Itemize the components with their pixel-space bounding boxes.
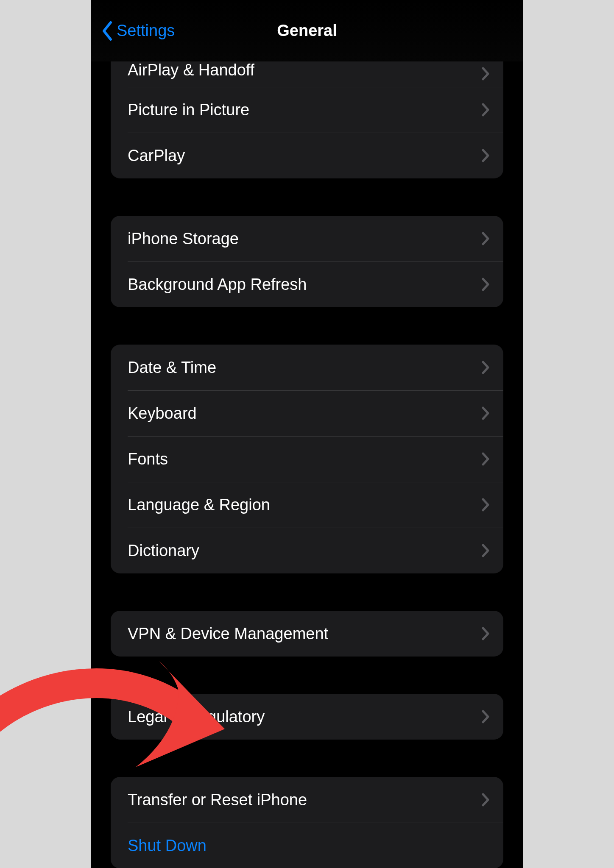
row-label: Legal & Regulatory xyxy=(128,708,265,726)
settings-group: Legal & Regulatory xyxy=(111,694,503,740)
settings-content: AirPlay & HandoffPicture in PictureCarPl… xyxy=(91,61,523,868)
row-label: Keyboard xyxy=(128,404,197,423)
settings-group: iPhone StorageBackground App Refresh xyxy=(111,216,503,307)
chevron-right-icon xyxy=(481,543,490,558)
settings-group: Date & TimeKeyboardFontsLanguage & Regio… xyxy=(111,345,503,573)
row-label: Transfer or Reset iPhone xyxy=(128,791,307,809)
chevron-right-icon xyxy=(481,452,490,466)
settings-row-dictionary[interactable]: Dictionary xyxy=(111,528,503,573)
settings-row-background-app-refresh[interactable]: Background App Refresh xyxy=(111,262,503,307)
row-label: iPhone Storage xyxy=(128,230,239,248)
row-label: VPN & Device Management xyxy=(128,625,328,643)
chevron-right-icon xyxy=(481,709,490,724)
row-label: Fonts xyxy=(128,450,168,468)
chevron-right-icon xyxy=(481,406,490,420)
chevron-right-icon xyxy=(481,793,490,807)
chevron-left-icon xyxy=(101,21,113,41)
back-button[interactable]: Settings xyxy=(101,0,175,61)
settings-row-legal-regulatory[interactable]: Legal & Regulatory xyxy=(111,694,503,740)
row-label: Date & Time xyxy=(128,359,216,377)
settings-row-carplay[interactable]: CarPlay xyxy=(111,133,503,178)
chevron-right-icon xyxy=(481,67,490,81)
settings-row-iphone-storage[interactable]: iPhone Storage xyxy=(111,216,503,262)
chevron-right-icon xyxy=(481,148,490,163)
settings-row-date-time[interactable]: Date & Time xyxy=(111,345,503,390)
settings-row-picture-in-picture[interactable]: Picture in Picture xyxy=(111,87,503,133)
back-label: Settings xyxy=(117,22,175,40)
settings-row-language-region[interactable]: Language & Region xyxy=(111,482,503,528)
settings-row-transfer-reset[interactable]: Transfer or Reset iPhone xyxy=(111,777,503,823)
row-label: CarPlay xyxy=(128,147,185,165)
row-label: Background App Refresh xyxy=(128,275,307,294)
settings-row-keyboard[interactable]: Keyboard xyxy=(111,390,503,436)
settings-group: VPN & Device Management xyxy=(111,611,503,657)
row-label: AirPlay & Handoff xyxy=(128,61,254,79)
chevron-right-icon xyxy=(481,360,490,375)
settings-group: AirPlay & HandoffPicture in PictureCarPl… xyxy=(111,61,503,178)
chevron-right-icon xyxy=(481,103,490,117)
chevron-right-icon xyxy=(481,277,490,292)
phone-frame: Settings General AirPlay & HandoffPictur… xyxy=(91,0,523,868)
settings-row-fonts[interactable]: Fonts xyxy=(111,436,503,482)
page-title: General xyxy=(277,22,337,40)
chevron-right-icon xyxy=(481,231,490,246)
chevron-right-icon xyxy=(481,498,490,512)
settings-row-airplay-handoff[interactable]: AirPlay & Handoff xyxy=(111,61,503,87)
navbar: Settings General xyxy=(91,0,523,61)
settings-row-vpn-device-management[interactable]: VPN & Device Management xyxy=(111,611,503,657)
row-label: Picture in Picture xyxy=(128,101,249,119)
row-label: Dictionary xyxy=(128,542,199,560)
chevron-right-icon xyxy=(481,626,490,641)
settings-group: Transfer or Reset iPhoneShut Down xyxy=(111,777,503,868)
settings-row-shut-down[interactable]: Shut Down xyxy=(111,823,503,868)
row-label: Shut Down xyxy=(128,837,207,855)
row-label: Language & Region xyxy=(128,496,270,514)
